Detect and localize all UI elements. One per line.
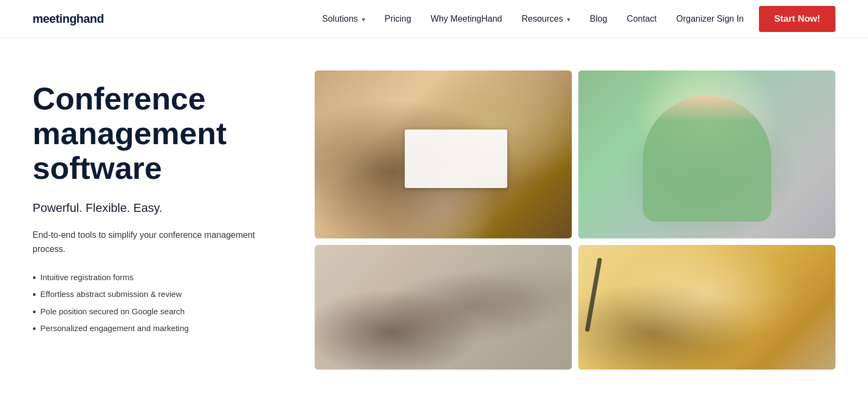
nav-item-pricing[interactable]: Pricing (385, 14, 411, 24)
nav-item-resources[interactable]: Resources ▾ (521, 14, 570, 24)
hero-image-speaker (578, 245, 835, 370)
hero-panel: Conference management software Powerful.… (33, 70, 293, 370)
hero-feature-list: Intuitive registration forms Effortless … (33, 273, 293, 335)
organizer-signin-link[interactable]: Organizer Sign In (676, 14, 744, 24)
navbar: meetinghand Solutions ▾ Pricing Why Meet… (0, 0, 868, 38)
hero-image-video-call (578, 70, 835, 238)
nav-link-contact[interactable]: Contact (627, 14, 656, 23)
list-item: Personalized engagement and marketing (33, 324, 293, 335)
nav-item-blog[interactable]: Blog (590, 14, 607, 24)
chevron-down-icon: ▾ (565, 16, 570, 23)
hero-image-grid (315, 70, 835, 370)
nav-link-why[interactable]: Why MeetingHand (431, 14, 502, 23)
main-content: Conference management software Powerful.… (0, 70, 868, 370)
chevron-down-icon: ▾ (360, 16, 365, 23)
nav-links: Solutions ▾ Pricing Why MeetingHand Reso… (322, 14, 657, 24)
brand-logo[interactable]: meetinghand (33, 12, 104, 26)
nav-link-resources[interactable]: Resources ▾ (521, 14, 570, 23)
list-item: Pole position secured on Google search (33, 307, 293, 319)
hero-image-conference (315, 245, 572, 370)
nav-item-why[interactable]: Why MeetingHand (431, 14, 502, 24)
nav-item-contact[interactable]: Contact (627, 14, 656, 24)
nav-item-solutions[interactable]: Solutions ▾ (322, 14, 365, 24)
start-now-button[interactable]: Start Now! (759, 6, 835, 32)
nav-link-blog[interactable]: Blog (590, 14, 607, 23)
nav-link-solutions[interactable]: Solutions ▾ (322, 14, 365, 23)
hero-description: End-to-end tools to simplify your confer… (33, 228, 260, 256)
hero-subtitle: Powerful. Flexible. Easy. (33, 201, 293, 215)
nav-link-pricing[interactable]: Pricing (385, 14, 411, 23)
list-item: Effortless abstract submission & review (33, 289, 293, 301)
list-item: Intuitive registration forms (33, 273, 293, 284)
hero-title: Conference management software (33, 81, 293, 185)
hero-image-tablet (315, 70, 572, 238)
